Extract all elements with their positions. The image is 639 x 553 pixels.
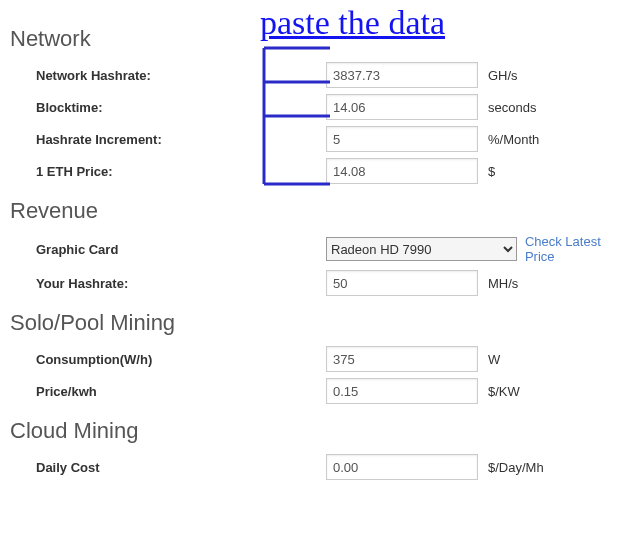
check-price-link[interactable]: Check Latest Price <box>525 234 629 264</box>
blocktime-input[interactable] <box>326 94 478 120</box>
your-hashrate-label: Your Hashrate: <box>36 276 326 291</box>
eth-price-input[interactable] <box>326 158 478 184</box>
eth-price-row: 1 ETH Price: $ <box>10 158 629 184</box>
consumption-input[interactable] <box>326 346 478 372</box>
network-hashrate-label: Network Hashrate: <box>36 68 326 83</box>
your-hashrate-row: Your Hashrate: MH/s <box>10 270 629 296</box>
daily-cost-row: Daily Cost $/Day/Mh <box>10 454 629 480</box>
network-heading: Network <box>10 26 629 52</box>
consumption-row: Consumption(W/h) W <box>10 346 629 372</box>
price-kwh-row: Price/kwh $/KW <box>10 378 629 404</box>
eth-price-unit: $ <box>488 164 495 179</box>
hashrate-increment-input[interactable] <box>326 126 478 152</box>
your-hashrate-unit: MH/s <box>488 276 518 291</box>
network-hashrate-unit: GH/s <box>488 68 518 83</box>
consumption-label: Consumption(W/h) <box>36 352 326 367</box>
price-kwh-input[interactable] <box>326 378 478 404</box>
daily-cost-label: Daily Cost <box>36 460 326 475</box>
blocktime-unit: seconds <box>488 100 536 115</box>
your-hashrate-input[interactable] <box>326 270 478 296</box>
price-kwh-label: Price/kwh <box>36 384 326 399</box>
consumption-unit: W <box>488 352 500 367</box>
cloud-heading: Cloud Mining <box>10 418 629 444</box>
daily-cost-unit: $/Day/Mh <box>488 460 544 475</box>
hashrate-increment-row: Hashrate Increment: %/Month <box>10 126 629 152</box>
hashrate-increment-label: Hashrate Increment: <box>36 132 326 147</box>
solopool-heading: Solo/Pool Mining <box>10 310 629 336</box>
hashrate-increment-unit: %/Month <box>488 132 539 147</box>
gpu-select[interactable]: Radeon HD 7990 <box>326 237 517 261</box>
revenue-heading: Revenue <box>10 198 629 224</box>
gpu-row: Graphic Card Radeon HD 7990 Check Latest… <box>10 234 629 264</box>
gpu-label: Graphic Card <box>36 242 326 257</box>
daily-cost-input[interactable] <box>326 454 478 480</box>
price-kwh-unit: $/KW <box>488 384 520 399</box>
eth-price-label: 1 ETH Price: <box>36 164 326 179</box>
network-hashrate-input[interactable] <box>326 62 478 88</box>
blocktime-row: Blocktime: seconds <box>10 94 629 120</box>
network-hashrate-row: Network Hashrate: GH/s <box>10 62 629 88</box>
blocktime-label: Blocktime: <box>36 100 326 115</box>
